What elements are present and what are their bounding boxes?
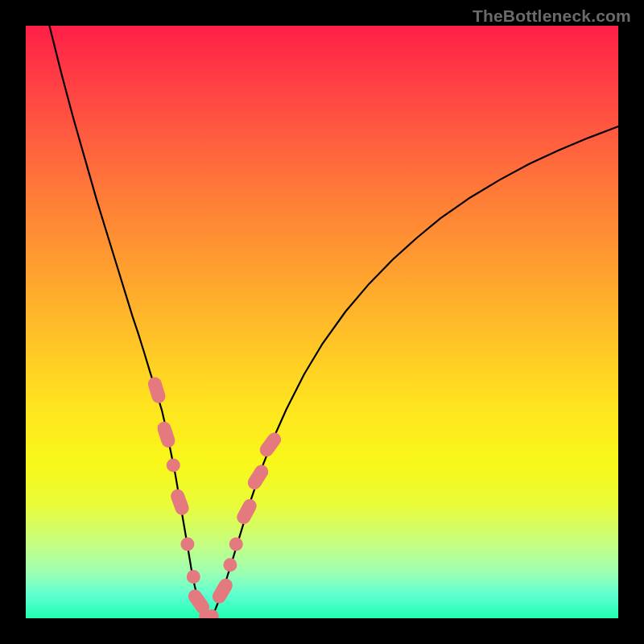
marker-pill: [185, 587, 212, 617]
chart-svg: [26, 26, 618, 618]
marker-dot: [199, 609, 213, 618]
marker-pill: [246, 462, 271, 492]
curve-layer: [26, 26, 618, 618]
marker-dot: [223, 558, 237, 572]
marker-dot: [180, 538, 194, 551]
marker-dot: [187, 570, 200, 584]
watermark-text: TheBottleneck.com: [473, 6, 631, 26]
plot-area: [26, 26, 618, 618]
marker-dot: [229, 538, 243, 551]
marker-pill: [169, 487, 191, 517]
marker-pill: [155, 420, 176, 450]
marker-pill: [210, 576, 235, 606]
marker-pill: [257, 430, 283, 460]
marker-pill: [234, 497, 259, 526]
marker-dot: [167, 459, 180, 473]
chart-frame: TheBottleneck.com: [0, 0, 644, 644]
marker-pill: [147, 375, 167, 405]
curve-path: [49, 26, 618, 617]
marker-dot: [205, 609, 219, 618]
